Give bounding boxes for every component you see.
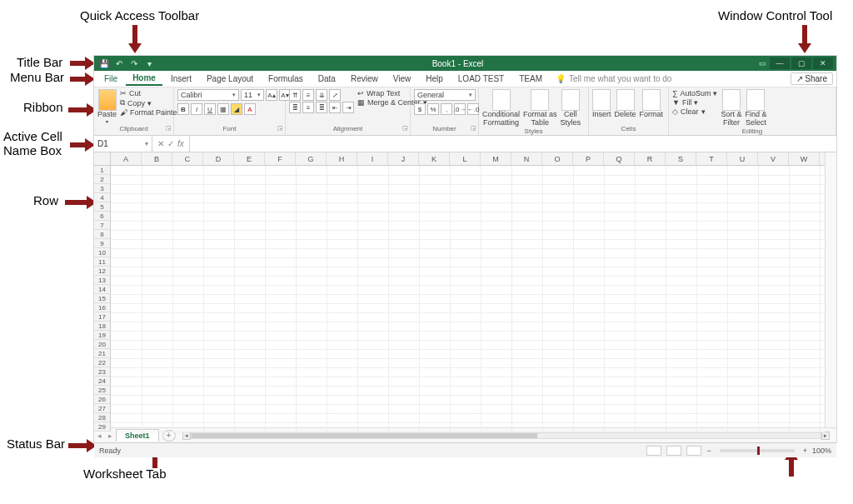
qat-customize-icon[interactable]: ▾ — [144, 58, 154, 68]
row-header[interactable]: 2 — [94, 175, 110, 184]
tab-formulas[interactable]: Formulas — [262, 72, 310, 85]
column-header[interactable]: N — [511, 152, 542, 165]
fx-icon[interactable]: fx — [177, 139, 184, 148]
row-header[interactable]: 20 — [94, 340, 110, 349]
format-cells-button[interactable]: Format — [640, 89, 664, 119]
minimize-button[interactable]: — — [770, 57, 790, 69]
align-right-button[interactable]: ≣ — [316, 102, 327, 113]
align-left-button[interactable]: ≣ — [289, 102, 301, 113]
format-painter-button[interactable]: 🖌 Format Painter — [120, 108, 180, 117]
name-box[interactable]: D1▾ — [94, 136, 152, 152]
row-header[interactable]: 11 — [94, 257, 110, 267]
conditional-formatting-button[interactable]: Conditional Formatting — [482, 89, 520, 127]
close-button[interactable]: ✕ — [813, 57, 833, 69]
cancel-entry-icon[interactable]: ✕ — [157, 139, 164, 148]
copy-button[interactable]: ⧉ Copy ▾ — [120, 98, 180, 107]
row-header[interactable]: 5 — [94, 202, 110, 212]
column-header[interactable]: G — [296, 152, 327, 165]
share-button[interactable]: ↗ Share — [791, 72, 833, 85]
column-header[interactable]: Q — [604, 152, 635, 165]
orientation-button[interactable]: ⤢ — [329, 89, 341, 101]
vertical-scrollbar[interactable] — [825, 152, 836, 427]
accounting-button[interactable]: $ — [414, 103, 426, 115]
paste-button[interactable]: Paste▾ — [97, 89, 117, 124]
italic-button[interactable]: I — [191, 103, 202, 115]
row-header[interactable]: 3 — [94, 184, 110, 193]
hscroll-left[interactable]: ◂ — [182, 432, 191, 440]
zoom-in-button[interactable]: + — [803, 447, 807, 455]
font-color-button[interactable]: A — [244, 103, 256, 115]
row-header[interactable]: 26 — [94, 395, 110, 404]
clear-button[interactable]: ◇ Clear ▾ — [672, 107, 717, 116]
fill-color-button[interactable]: ◢ — [231, 103, 242, 115]
align-center-button[interactable]: ≡ — [302, 102, 314, 113]
tab-help[interactable]: Help — [419, 72, 450, 85]
row-header[interactable]: 4 — [94, 193, 110, 202]
column-header[interactable]: O — [542, 152, 573, 165]
column-header[interactable]: F — [265, 152, 296, 165]
formula-bar-input[interactable] — [190, 136, 836, 152]
cell-styles-button[interactable]: Cell Styles — [561, 89, 581, 127]
row-header[interactable]: 16 — [94, 303, 110, 312]
row-header[interactable]: 29 — [94, 422, 110, 432]
sort-filter-button[interactable]: Sort & Filter — [721, 89, 741, 127]
row-header[interactable]: 10 — [94, 248, 110, 257]
align-top-button[interactable]: ⇈ — [289, 89, 301, 101]
increase-font-button[interactable]: A▴ — [266, 89, 277, 101]
column-header[interactable]: M — [481, 152, 511, 165]
delete-cells-button[interactable]: Delete — [615, 89, 636, 119]
column-header[interactable]: B — [142, 152, 172, 165]
column-header[interactable]: C — [172, 152, 203, 165]
horizontal-scrollbar[interactable]: ◂ ▸ — [182, 432, 830, 440]
align-middle-button[interactable]: ≡ — [302, 89, 314, 101]
tab-review[interactable]: Review — [344, 72, 385, 85]
autosum-button[interactable]: ∑ AutoSum ▾ — [672, 89, 717, 97]
column-header[interactable]: W — [789, 152, 820, 165]
fill-button[interactable]: ▼ Fill ▾ — [672, 98, 717, 107]
dialog-launcher-icon[interactable]: ◲ — [277, 125, 283, 132]
column-header[interactable]: P — [573, 152, 604, 165]
maximize-button[interactable]: ▢ — [791, 57, 811, 69]
inc-decimal-button[interactable]: .0→ — [454, 103, 466, 115]
row-header[interactable]: 23 — [94, 367, 110, 377]
row-header[interactable]: 24 — [94, 377, 110, 386]
zoom-slider[interactable] — [720, 449, 795, 452]
row-header[interactable]: 8 — [94, 230, 110, 239]
row-header[interactable]: 6 — [94, 212, 110, 221]
save-icon[interactable]: 💾 — [99, 58, 109, 68]
zoom-level[interactable]: 100% — [812, 447, 831, 455]
view-normal-button[interactable] — [646, 446, 661, 456]
border-button[interactable]: ▦ — [217, 103, 229, 115]
row-header[interactable]: 17 — [94, 312, 110, 322]
tab-nav-next[interactable]: ▸ — [105, 432, 116, 440]
tab-insert[interactable]: Insert — [164, 72, 198, 85]
dec-decimal-button[interactable]: ←.0 — [467, 103, 479, 115]
column-header[interactable]: R — [635, 152, 666, 165]
column-header[interactable]: V — [758, 152, 789, 165]
column-header[interactable]: L — [450, 152, 481, 165]
column-header[interactable]: T — [696, 152, 727, 165]
tab-view[interactable]: View — [387, 72, 418, 85]
column-header[interactable]: J — [388, 152, 419, 165]
enter-icon[interactable]: ✓ — [167, 139, 174, 148]
tab-page-layout[interactable]: Page Layout — [200, 72, 260, 85]
cut-button[interactable]: ✂ Cut — [120, 89, 180, 97]
hscroll-right[interactable]: ▸ — [821, 432, 830, 440]
tab-nav-prev[interactable]: ◂ — [94, 432, 105, 440]
row-headers[interactable]: 1234567891011121314151617181920212223242… — [94, 166, 111, 432]
select-all-corner[interactable] — [94, 152, 111, 166]
insert-cells-button[interactable]: Insert — [592, 89, 611, 119]
comma-button[interactable]: , — [441, 103, 452, 115]
indent-dec-button[interactable]: ⇤ — [329, 102, 341, 113]
tab-file[interactable]: File — [97, 72, 124, 85]
align-bottom-button[interactable]: ⇊ — [316, 89, 327, 101]
tell-me-search[interactable]: 💡Tell me what you want to do — [556, 74, 671, 83]
tab-team[interactable]: TEAM — [512, 72, 549, 85]
row-header[interactable]: 27 — [94, 404, 110, 413]
percent-button[interactable]: % — [427, 103, 439, 115]
column-header[interactable]: H — [327, 152, 357, 165]
view-page-break-button[interactable] — [686, 446, 701, 456]
format-as-table-button[interactable]: Format as Table — [523, 89, 557, 127]
underline-button[interactable]: U — [204, 103, 216, 115]
tab-load-test[interactable]: LOAD TEST — [451, 72, 511, 85]
